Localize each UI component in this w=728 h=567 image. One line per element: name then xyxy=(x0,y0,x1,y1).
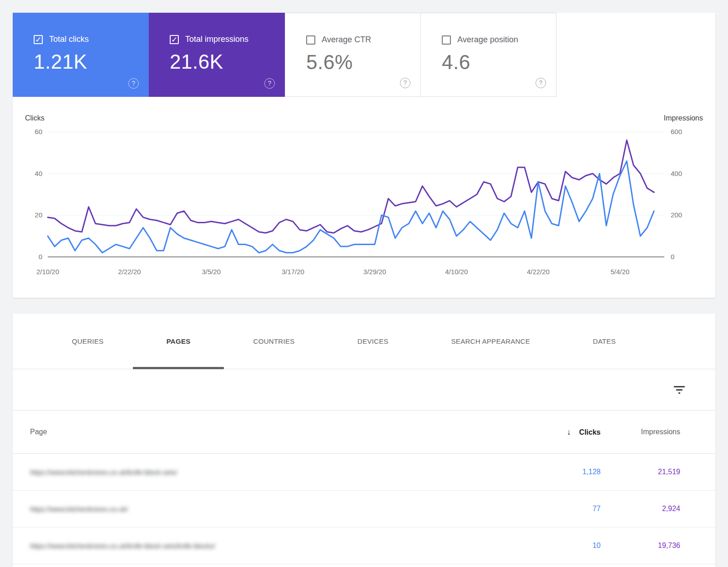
total-clicks-value: 1.21K xyxy=(34,50,149,73)
left-tick: 40 xyxy=(35,170,42,177)
impressions-line xyxy=(48,140,654,233)
impressions-value: 2,924 xyxy=(601,505,715,513)
page-url-link[interactable]: https://www.kitchenknives.co.uk/knife-bl… xyxy=(30,468,177,476)
impressions-value: 21,519 xyxy=(601,468,715,476)
table-header-row: Page ↓Clicks Impressions xyxy=(13,411,715,454)
help-icon[interactable]: ? xyxy=(128,78,139,89)
tab-devices[interactable]: DEVICES xyxy=(337,314,409,369)
total-clicks-label: Total clicks xyxy=(49,35,89,44)
left-axis-title: Clicks xyxy=(25,114,45,122)
sort-desc-icon: ↓ xyxy=(567,427,571,437)
tab-dates[interactable]: DATES xyxy=(572,314,636,369)
date-tick: 3/5/20 xyxy=(202,268,221,276)
help-icon[interactable]: ? xyxy=(400,78,410,88)
total-impressions-checkbox[interactable] xyxy=(170,35,179,44)
chart-svg: Clicks Impressions 60 40 20 0 600 400 20… xyxy=(13,97,715,298)
date-tick: 5/4/20 xyxy=(611,268,630,276)
column-header-clicks[interactable]: ↓Clicks xyxy=(500,427,601,437)
dimension-tabs: QUERIES PAGES COUNTRIES DEVICES SEARCH A… xyxy=(13,314,715,369)
average-position-card[interactable]: Average position 4.6 ? xyxy=(420,13,556,97)
total-impressions-card[interactable]: Total impressions 21.6K ? xyxy=(149,13,285,97)
help-icon[interactable]: ? xyxy=(536,78,546,88)
clicks-value: 10 xyxy=(500,542,601,550)
average-ctr-checkbox[interactable] xyxy=(306,35,315,45)
column-header-impressions[interactable]: Impressions xyxy=(601,428,715,436)
date-tick: 4/10/20 xyxy=(445,268,468,276)
column-header-page: Page xyxy=(13,428,500,436)
average-ctr-label: Average CTR xyxy=(322,35,371,45)
page-url-link[interactable]: https://www.kitchenknives.co.uk/knife-bl… xyxy=(30,542,215,550)
metric-cards-strip: Total clicks 1.21K ? Total impressions 2… xyxy=(13,13,715,97)
date-tick: 3/29/20 xyxy=(364,268,386,276)
help-icon[interactable]: ? xyxy=(264,78,275,89)
tab-queries[interactable]: QUERIES xyxy=(51,314,124,369)
average-position-value: 4.6 xyxy=(442,51,556,74)
right-tick: 200 xyxy=(671,211,682,219)
page-url-link[interactable]: https://www.kitchenknives.co.uk/ xyxy=(30,505,128,513)
left-tick: 0 xyxy=(39,253,42,261)
clicks-line xyxy=(48,161,654,253)
average-ctr-card[interactable]: Average CTR 5.6% ? xyxy=(285,13,421,97)
filter-list-icon[interactable] xyxy=(673,384,685,396)
total-impressions-label: Total impressions xyxy=(185,35,248,44)
clicks-value: 1,128 xyxy=(500,468,601,476)
table-row: https://www.kitchenknives.co.uk/knife-bl… xyxy=(13,454,715,491)
tab-pages[interactable]: PAGES xyxy=(146,314,211,369)
impressions-value: 19,736 xyxy=(601,542,715,550)
total-clicks-checkbox[interactable] xyxy=(34,35,43,44)
average-ctr-value: 5.6% xyxy=(306,51,420,74)
table-row: https://www.kitchenknives.co.uk/knife-bl… xyxy=(13,527,715,564)
total-impressions-value: 21.6K xyxy=(170,50,285,73)
tab-countries[interactable]: COUNTRIES xyxy=(233,314,315,369)
total-clicks-card[interactable]: Total clicks 1.21K ? xyxy=(13,13,149,97)
performance-chart-card: Total clicks 1.21K ? Total impressions 2… xyxy=(13,13,715,298)
table-toolbar xyxy=(13,369,715,411)
right-axis-title: Impressions xyxy=(664,114,703,122)
average-position-label: Average position xyxy=(457,35,518,45)
right-tick: 0 xyxy=(671,253,674,261)
dimensions-table-card: QUERIES PAGES COUNTRIES DEVICES SEARCH A… xyxy=(13,314,715,567)
left-tick: 60 xyxy=(35,128,42,135)
left-tick: 20 xyxy=(35,211,42,219)
right-tick: 600 xyxy=(671,128,682,135)
date-tick: 2/22/20 xyxy=(118,268,141,276)
date-tick: 3/17/20 xyxy=(282,268,304,276)
date-tick: 2/10/20 xyxy=(36,268,59,276)
tab-search-appearance[interactable]: SEARCH APPEARANCE xyxy=(431,314,551,369)
table-row: https://www.kitchenknives.co.uk/ 77 2,92… xyxy=(13,491,715,527)
time-series-chart: Clicks Impressions 60 40 20 0 600 400 20… xyxy=(13,97,715,298)
average-position-checkbox[interactable] xyxy=(442,35,451,45)
clicks-value: 77 xyxy=(500,505,601,513)
right-tick: 400 xyxy=(671,170,682,177)
date-tick: 4/22/20 xyxy=(527,268,550,276)
